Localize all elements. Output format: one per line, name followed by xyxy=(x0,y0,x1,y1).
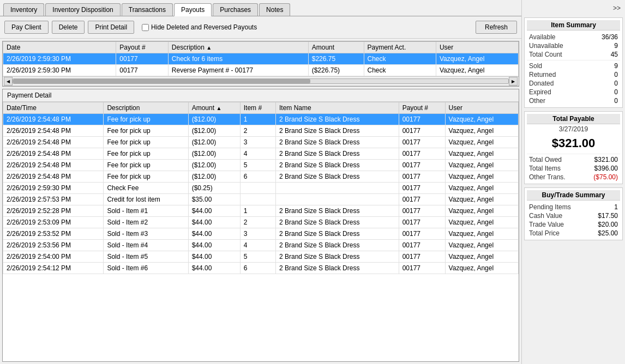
detail-cell-description: Sold - Item #5 xyxy=(104,251,188,263)
detail-col-datetime[interactable]: Date/Time xyxy=(3,102,104,114)
detail-cell-item: 6 xyxy=(240,263,275,274)
detail-cell-description: Sold - Item #2 xyxy=(104,217,188,228)
detail-row[interactable]: 2/26/2019 2:54:48 PMFee for pick up($12.… xyxy=(3,137,519,148)
payouts-h-scrollbar[interactable]: ◀ ▶ xyxy=(3,76,519,86)
detail-row[interactable]: 2/26/2019 2:57:53 PMCredit for lost item… xyxy=(3,194,519,205)
detail-row[interactable]: 2/26/2019 2:53:52 PMSold - Item #3$44.00… xyxy=(3,228,519,240)
detail-cell-payout: 00177 xyxy=(399,114,445,125)
detail-cell-payout: 00177 xyxy=(399,183,445,194)
detail-col-name[interactable]: Item Name xyxy=(276,102,399,114)
tab-transactions[interactable]: Transactions xyxy=(122,3,173,16)
detail-cell-user: Vazquez, Angel xyxy=(445,171,518,183)
detail-cell-item: 3 xyxy=(240,137,275,148)
detail-cell-payout: 00177 xyxy=(399,228,445,240)
total-items-row: Total Items $396.00 xyxy=(527,164,620,173)
detail-table-wrapper[interactable]: Date/Time Description Amount Item # Item… xyxy=(3,102,519,361)
tab-inventory[interactable]: Inventory xyxy=(3,3,44,16)
other-trans-label: Other Trans. xyxy=(529,173,566,181)
detail-row[interactable]: 2/26/2019 2:54:00 PMSold - Item #5$44.00… xyxy=(3,251,519,263)
detail-row[interactable]: 2/26/2019 2:54:48 PMFee for pick up($12.… xyxy=(3,148,519,160)
detail-cell-user: Vazquez, Angel xyxy=(445,160,518,171)
payout-row[interactable]: 2/26/2019 2:59:30 PM00177Check for 6 ite… xyxy=(3,53,519,65)
pending-label: Pending Items xyxy=(529,203,571,211)
detail-cell-description: Check Fee xyxy=(104,183,188,194)
detail-cell-datetime: 2/26/2019 2:54:48 PM xyxy=(3,148,104,160)
pay-client-button[interactable]: Pay Client xyxy=(4,21,49,34)
sold-row: Sold 9 xyxy=(527,62,620,70)
detail-cell-description: Credit for lost item xyxy=(104,194,188,205)
detail-col-item[interactable]: Item # xyxy=(240,102,275,114)
detail-col-payout[interactable]: Payout # xyxy=(399,102,445,114)
tab-notes[interactable]: Notes xyxy=(259,3,290,16)
hide-deleted-checkbox[interactable] xyxy=(142,24,149,31)
detail-cell-payout: 00177 xyxy=(399,125,445,137)
payout-cell-payment: Check xyxy=(364,53,436,65)
detail-cell-amount: ($12.00) xyxy=(188,114,240,125)
detail-row[interactable]: 2/26/2019 2:53:09 PMSold - Item #2$44.00… xyxy=(3,217,519,228)
col-description[interactable]: Description xyxy=(168,42,308,53)
tab-purchases[interactable]: Purchases xyxy=(213,3,258,16)
cash-value-row: Cash Value $17.50 xyxy=(527,211,620,220)
refresh-button[interactable]: Refresh xyxy=(476,21,517,34)
payouts-table-wrapper[interactable]: Date Payout # Description Amount Payment… xyxy=(3,41,519,76)
detail-cell-item: 1 xyxy=(240,205,275,217)
detail-cell-amount: ($12.00) xyxy=(188,125,240,137)
detail-row[interactable]: 2/26/2019 2:54:48 PMFee for pick up($12.… xyxy=(3,125,519,137)
sidebar-expand-button[interactable]: >> xyxy=(524,2,623,14)
divider1 xyxy=(527,60,620,60)
col-payment-act[interactable]: Payment Act. xyxy=(364,42,436,53)
detail-row[interactable]: 2/26/2019 2:54:48 PMFee for pick up($12.… xyxy=(3,114,519,125)
tab-inventory-disposition[interactable]: Inventory Disposition xyxy=(45,3,120,16)
tab-payouts[interactable]: Payouts xyxy=(174,3,212,16)
col-payout[interactable]: Payout # xyxy=(116,42,168,53)
unavailable-label: Unavailable xyxy=(529,42,563,50)
col-user[interactable]: User xyxy=(436,42,518,53)
detail-row[interactable]: 2/26/2019 2:54:48 PMFee for pick up($12.… xyxy=(3,171,519,183)
detail-cell-datetime: 2/26/2019 2:54:48 PM xyxy=(3,125,104,137)
detail-cell-item xyxy=(240,183,275,194)
sold-label: Sold xyxy=(529,62,542,70)
print-detail-button[interactable]: Print Detail xyxy=(88,21,134,34)
sort-icon xyxy=(216,104,221,112)
payout-row[interactable]: 2/26/2019 2:59:30 PM00177Reverse Payment… xyxy=(3,65,519,76)
buy-trade-box: Buy/Trade Summary Pending Items 1 Cash V… xyxy=(524,187,623,240)
detail-row[interactable]: 2/26/2019 2:54:48 PMFee for pick up($12.… xyxy=(3,160,519,171)
detail-cell-datetime: 2/26/2019 2:54:00 PM xyxy=(3,251,104,263)
detail-col-amount[interactable]: Amount xyxy=(188,102,240,114)
donated-value: 0 xyxy=(614,80,618,87)
detail-cell-user: Vazquez, Angel xyxy=(445,228,518,240)
col-date[interactable]: Date xyxy=(3,42,116,53)
detail-cell-datetime: 2/26/2019 2:53:56 PM xyxy=(3,240,104,251)
detail-row[interactable]: 2/26/2019 2:59:30 PMCheck Fee($0.25)0017… xyxy=(3,183,519,194)
detail-col-user[interactable]: User xyxy=(445,102,518,114)
detail-row[interactable]: 2/26/2019 2:54:12 PMSold - Item #6$44.00… xyxy=(3,263,519,274)
scroll-left-arrow[interactable]: ◀ xyxy=(4,77,13,86)
other-row: Other 0 xyxy=(527,96,620,105)
delete-button[interactable]: Delete xyxy=(52,21,85,34)
scroll-right-arrow[interactable]: ▶ xyxy=(509,77,518,86)
donated-label: Donated xyxy=(529,80,554,87)
scroll-thumb[interactable] xyxy=(13,79,310,83)
detail-cell-name: 2 Brand Size S Black Dress xyxy=(276,125,399,137)
hide-deleted-label[interactable]: Hide Deleted and Reversed Payouts xyxy=(142,23,257,31)
payouts-table: Date Payout # Description Amount Payment… xyxy=(3,41,519,76)
detail-cell-payout: 00177 xyxy=(399,251,445,263)
detail-cell-datetime: 2/26/2019 2:54:48 PM xyxy=(3,160,104,171)
scroll-track[interactable] xyxy=(13,78,509,84)
total-count-row: Total Count 45 xyxy=(527,50,620,59)
detail-cell-item: 2 xyxy=(240,125,275,137)
detail-cell-datetime: 2/26/2019 2:54:48 PM xyxy=(3,137,104,148)
detail-cell-item xyxy=(240,194,275,205)
detail-cell-name: 2 Brand Size S Black Dress xyxy=(276,148,399,160)
detail-col-description[interactable]: Description xyxy=(104,102,188,114)
payout-cell-description: Reverse Payment # - 00177 xyxy=(168,65,308,76)
col-amount[interactable]: Amount xyxy=(308,42,364,53)
detail-cell-datetime: 2/26/2019 2:59:30 PM xyxy=(3,183,104,194)
detail-cell-name: 2 Brand Size S Black Dress xyxy=(276,160,399,171)
other-trans-value: ($75.00) xyxy=(593,173,618,181)
detail-row[interactable]: 2/26/2019 2:52:28 PMSold - Item #1$44.00… xyxy=(3,205,519,217)
detail-cell-user: Vazquez, Angel xyxy=(445,240,518,251)
detail-cell-item: 5 xyxy=(240,251,275,263)
detail-cell-name: 2 Brand Size S Black Dress xyxy=(276,171,399,183)
detail-row[interactable]: 2/26/2019 2:53:56 PMSold - Item #4$44.00… xyxy=(3,240,519,251)
